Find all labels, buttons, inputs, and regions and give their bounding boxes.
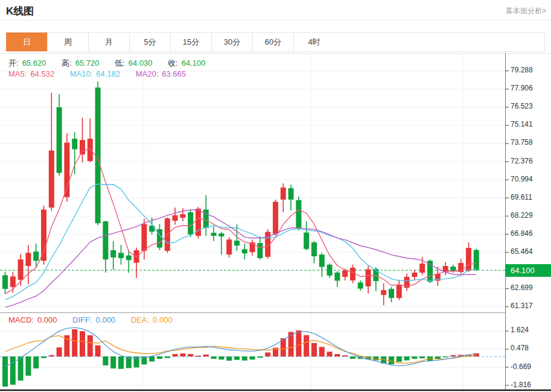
chart-area: 开:65.620 高:65.720 低:64.030 收:64.100 MA5:… xyxy=(0,0,551,392)
diff-value: 0.000 xyxy=(96,315,116,324)
price-axis-label: 68.229 xyxy=(511,211,533,220)
ma-readout: MA5:64.532 MA10:64.182 MA20:63.665 xyxy=(8,69,190,78)
kline-page: K线图 基本面分析> 日周月5分15分30分60分4时 开:65.620 高:6… xyxy=(0,0,551,392)
close-label: 收: xyxy=(168,58,178,68)
price-axis-label: 79.288 xyxy=(511,66,533,74)
ohlc-readout: 开:65.620 高:65.720 低:64.030 收:64.100 xyxy=(8,58,209,69)
macd-readout: MACD:0.000 DIFF:0.000 DEA:0.000 xyxy=(8,315,176,324)
price-axis-label: 76.523 xyxy=(511,102,533,110)
dea-label: DEA: xyxy=(131,315,149,324)
macd-axis-label: -1.816 xyxy=(511,381,531,389)
macd-axis-label: -0.669 xyxy=(511,362,531,371)
low-value: 64.030 xyxy=(129,58,153,68)
ma20-value: 63.665 xyxy=(162,69,186,78)
ma5-label: MA5: xyxy=(8,69,27,78)
high-label: 高: xyxy=(62,58,72,68)
price-axis-label: 72.376 xyxy=(511,157,533,165)
current-price-badge: 64.100 xyxy=(506,264,551,277)
ma10-value: 64.182 xyxy=(96,69,120,78)
macd-label: MACD: xyxy=(8,315,34,324)
price-axis-label: 61.317 xyxy=(511,302,533,310)
price-axis-label: 77.906 xyxy=(511,84,533,92)
macd-axis-label: 0.478 xyxy=(511,344,529,352)
close-value: 64.100 xyxy=(182,58,206,68)
macd-axis-label: 1.624 xyxy=(511,326,529,334)
price-axis-label: 66.846 xyxy=(511,229,533,238)
open-label: 开: xyxy=(8,58,19,68)
ma5-value: 64.532 xyxy=(30,69,54,78)
open-value: 65.620 xyxy=(22,58,46,68)
ma20-label: MA20: xyxy=(136,69,159,78)
ma10-label: MA10: xyxy=(70,69,93,78)
diff-label: DIFF: xyxy=(72,315,92,324)
price-axis-label: 75.141 xyxy=(511,120,533,128)
price-axis-label: 62.699 xyxy=(511,283,533,292)
macd-value: 0.000 xyxy=(37,315,57,324)
low-label: 低: xyxy=(115,58,125,68)
price-axis-label: 73.758 xyxy=(511,138,533,147)
price-axis-label: 69.611 xyxy=(511,193,532,201)
dea-value: 0.000 xyxy=(153,315,173,324)
price-axis-label: 70.994 xyxy=(511,175,533,183)
price-axis-label: 65.464 xyxy=(511,247,533,256)
high-value: 65.720 xyxy=(75,58,100,68)
